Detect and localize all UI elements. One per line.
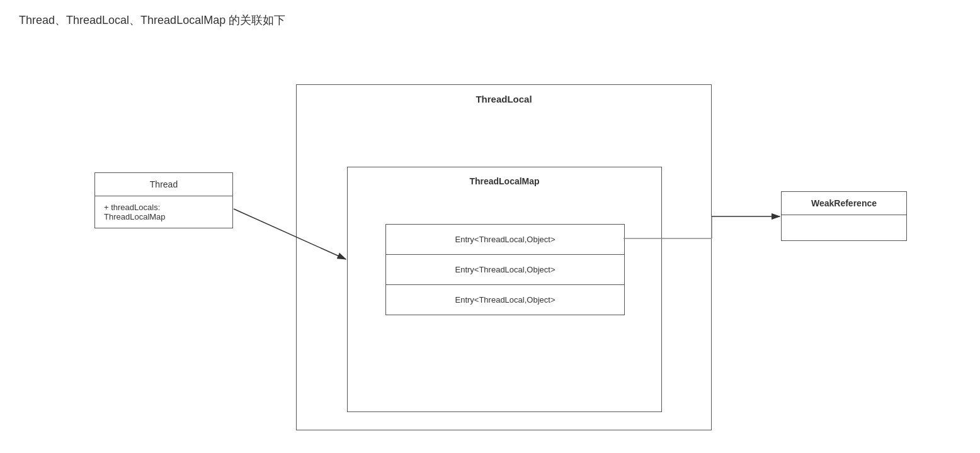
threadlocal-title: ThreadLocal	[297, 85, 711, 113]
page-title: Thread、ThreadLocal、ThreadLocalMap 的关联如下	[19, 13, 961, 28]
weakref-title: WeakReference	[782, 192, 906, 215]
thread-box-title: Thread	[95, 173, 232, 196]
threadlocalmap-box: ThreadLocalMap Entry<ThreadLocal,Object>…	[347, 167, 662, 412]
entry-container: Entry<ThreadLocal,Object> Entry<ThreadLo…	[385, 224, 625, 315]
weakref-body	[782, 215, 906, 240]
diagram-area: Thread + threadLocals: ThreadLocalMap Th…	[19, 47, 961, 437]
thread-box-field: + threadLocals: ThreadLocalMap	[95, 196, 232, 228]
entry-row-3: Entry<ThreadLocal,Object>	[386, 285, 624, 315]
thread-box: Thread + threadLocals: ThreadLocalMap	[94, 172, 233, 228]
threadlocalmap-title: ThreadLocalMap	[348, 167, 661, 195]
page-container: Thread、ThreadLocal、ThreadLocalMap 的关联如下 …	[0, 0, 980, 453]
threadlocal-box: ThreadLocal ThreadLocalMap Entry<ThreadL…	[296, 84, 712, 430]
weakref-box: WeakReference	[781, 191, 907, 241]
entry-row-2: Entry<ThreadLocal,Object>	[386, 255, 624, 285]
entry-row-1: Entry<ThreadLocal,Object>	[386, 225, 624, 255]
